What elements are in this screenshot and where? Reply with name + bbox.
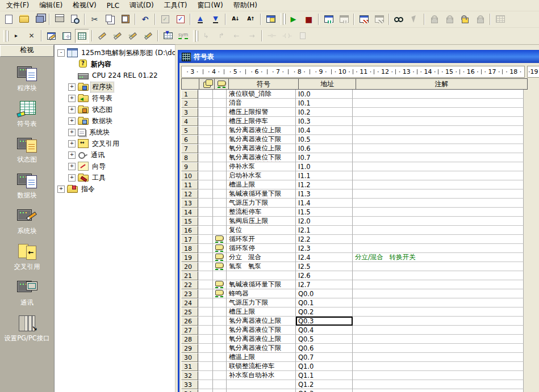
address-cell[interactable]: I2.1 xyxy=(296,226,353,235)
io-flag-cell[interactable] xyxy=(198,99,213,108)
comment-cell[interactable] xyxy=(353,362,524,371)
comment-cell[interactable] xyxy=(353,144,524,153)
compile-all-button[interactable] xyxy=(173,12,187,26)
symbolic-addressing-button[interactable]: sym xyxy=(176,29,190,43)
address-cell[interactable]: I0.1 xyxy=(296,99,353,108)
expand-icon[interactable]: + xyxy=(68,151,76,159)
address-cell[interactable]: I0.0 xyxy=(296,90,353,99)
row-number-cell[interactable]: 16 xyxy=(181,226,198,235)
editor-view-button[interactable] xyxy=(44,29,59,43)
symbol-flag-cell[interactable] xyxy=(213,90,227,99)
address-cell[interactable]: I1.4 xyxy=(296,199,353,208)
comment-cell[interactable] xyxy=(353,271,524,280)
symbol-cell[interactable]: 氧分离器液位下限 xyxy=(227,153,296,162)
collapse-icon[interactable]: - xyxy=(57,49,65,57)
row-number-cell[interactable]: 21 xyxy=(181,271,198,280)
row-number-cell[interactable]: 11 xyxy=(181,180,198,189)
row-number-cell[interactable]: 15 xyxy=(181,217,198,226)
row-number-cell[interactable]: 1 xyxy=(181,90,198,99)
chart-status-button[interactable] xyxy=(357,12,371,26)
save-project-button[interactable] xyxy=(32,12,47,26)
row-number-cell[interactable]: 24 xyxy=(181,298,198,307)
row-number-cell[interactable]: 12 xyxy=(181,189,198,199)
bookmark-toggle-button[interactable] xyxy=(95,29,109,43)
symbol-flag-cell[interactable] xyxy=(213,326,227,335)
comment-cell[interactable] xyxy=(353,344,524,353)
address-cell[interactable]: I0.6 xyxy=(296,144,353,153)
symbol-flag-cell[interactable] xyxy=(213,208,227,217)
symbol-cell[interactable]: 氢分离器液位上限 xyxy=(227,317,296,326)
io-flag-cell[interactable] xyxy=(198,289,213,298)
column-header-num[interactable] xyxy=(181,78,199,90)
comment-cell[interactable] xyxy=(353,371,524,380)
expand-icon[interactable]: + xyxy=(68,117,76,125)
symbol-flag-cell[interactable] xyxy=(213,217,227,226)
symbol-flag-cell[interactable] xyxy=(213,280,227,289)
symbol-flag-cell[interactable] xyxy=(213,289,227,298)
tree-item[interactable]: +状态图 xyxy=(55,104,175,115)
comment-cell[interactable] xyxy=(353,389,524,392)
io-flag-cell[interactable] xyxy=(198,171,213,180)
menu-item-window[interactable]: 窗口(W) xyxy=(192,0,228,11)
symbol-flag-cell[interactable] xyxy=(213,153,227,162)
comment-cell[interactable]: 分立/混合 转换开关 xyxy=(353,253,524,262)
symbol-flag-cell[interactable] xyxy=(213,99,227,108)
tree-item[interactable]: -125m3电解制氢梯形图 (D:\dow xyxy=(55,47,175,58)
symbol-flag-cell[interactable] xyxy=(213,244,227,253)
symbol-cell[interactable]: 循环泵停 xyxy=(227,244,296,253)
address-cell[interactable]: I1.5 xyxy=(296,208,353,217)
bookmark-next-button[interactable] xyxy=(110,29,124,43)
sidebar-item-communications[interactable]: 通讯 xyxy=(0,279,54,307)
io-flag-cell[interactable] xyxy=(198,271,213,280)
expand-icon[interactable]: + xyxy=(68,95,76,102)
symbol-cell[interactable]: 槽压上限报警 xyxy=(227,108,296,117)
io-flag-cell[interactable] xyxy=(198,189,213,199)
comment-cell[interactable] xyxy=(353,208,524,217)
io-flag-cell[interactable] xyxy=(198,217,213,226)
unforce-button[interactable] xyxy=(442,12,457,26)
symbol-flag-cell[interactable] xyxy=(213,144,227,153)
tree-item[interactable]: +交叉引用 xyxy=(55,138,175,149)
download-button[interactable] xyxy=(208,12,223,26)
address-cell[interactable]: I1.1 xyxy=(296,171,353,180)
row-number-cell[interactable]: 20 xyxy=(181,262,198,271)
io-flag-cell[interactable] xyxy=(198,253,213,262)
io-flag-cell[interactable] xyxy=(198,317,213,326)
row-number-cell[interactable]: 13 xyxy=(181,199,198,208)
comment-cell[interactable] xyxy=(353,217,524,226)
symbol-flag-cell[interactable] xyxy=(213,389,227,392)
symbol-flag-cell[interactable] xyxy=(213,226,227,235)
program-status-button[interactable] xyxy=(321,12,336,26)
print-preview-button[interactable] xyxy=(68,12,82,26)
comment-cell[interactable] xyxy=(353,380,524,389)
delete-network-button[interactable]: ✕ xyxy=(24,29,39,43)
row-number-cell[interactable]: 27 xyxy=(181,326,198,335)
force-menu-button[interactable] xyxy=(458,12,472,26)
io-flag-cell[interactable] xyxy=(198,307,213,317)
symbol-flag-cell[interactable] xyxy=(213,307,227,317)
comment-cell[interactable] xyxy=(353,289,524,298)
address-cell[interactable]: I0.5 xyxy=(296,135,353,144)
symbol-cell[interactable]: 气源压力下限 xyxy=(227,298,296,307)
tree-item[interactable]: +工具 xyxy=(55,172,175,183)
row-number-cell[interactable]: 7 xyxy=(181,144,198,153)
symbol-cell[interactable] xyxy=(227,389,296,392)
mixed-view-button[interactable] xyxy=(60,29,74,43)
tree-item[interactable]: +程序块 xyxy=(55,81,175,92)
sort-descending-button[interactable]: A↓ xyxy=(228,12,243,26)
column-header-sym_flag[interactable] xyxy=(215,78,229,90)
address-cell[interactable]: I2.3 xyxy=(296,244,353,253)
table-view-button[interactable] xyxy=(75,29,89,43)
menu-item-plc[interactable]: PLC xyxy=(102,1,124,11)
io-flag-cell[interactable] xyxy=(198,326,213,335)
tree-item[interactable]: CPU 224 REL 01.22 xyxy=(55,70,175,81)
menu-item-help[interactable]: 帮助(H) xyxy=(228,0,262,11)
address-cell[interactable]: I1.3 xyxy=(296,189,353,199)
io-flag-cell[interactable] xyxy=(198,380,213,389)
symbol-cell[interactable]: 氢分离器液位下限 xyxy=(227,135,296,144)
bookmark-previous-button[interactable] xyxy=(126,29,140,43)
symbol-cell[interactable]: 蜂鸣器 xyxy=(227,289,296,298)
symbol-flag-cell[interactable] xyxy=(213,362,227,371)
menu-item-edit[interactable]: 编辑(E) xyxy=(34,0,68,11)
symbol-flag-cell[interactable] xyxy=(213,371,227,380)
